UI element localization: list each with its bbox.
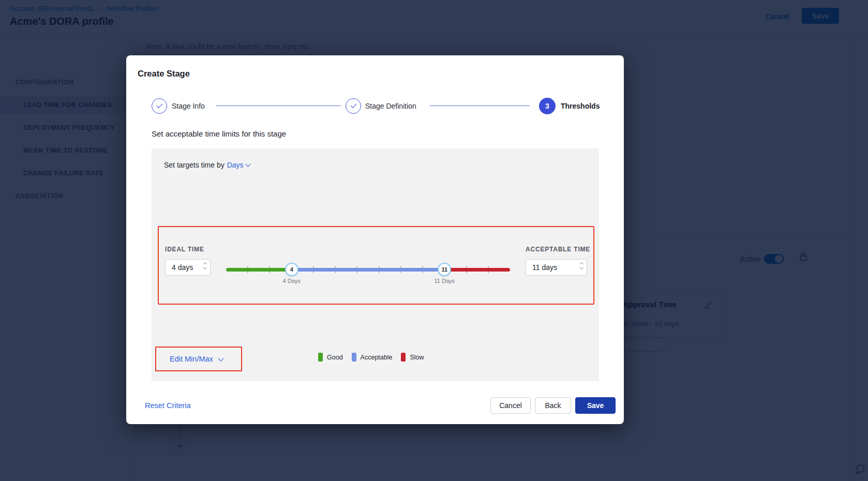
slider-segment-acceptable: [292, 268, 445, 272]
ideal-time-stepper[interactable]: [204, 263, 206, 269]
modal-title: Create Stage: [138, 69, 190, 79]
acceptable-time-stepper[interactable]: [580, 263, 583, 269]
stepper-down-icon[interactable]: [580, 266, 583, 269]
time-slider: 4 11 4 Days 11 Days: [226, 259, 510, 286]
highlight-box-time-limits: IDEAL TIME 4 11 4 Days 11 Day: [158, 226, 594, 305]
highlight-box-edit-minmax: Edit Min/Max: [155, 347, 242, 371]
chevron-down-icon: [218, 355, 223, 361]
step-connector-2: [430, 106, 530, 106]
slider-segment-slow: [444, 268, 510, 272]
acceptable-time-input-wrap: [526, 259, 587, 276]
slider-segment-good: [226, 268, 292, 272]
set-targets-label: Set targets time by: [164, 161, 225, 169]
create-stage-modal: Create Stage Stage Info Stage Definition…: [126, 55, 624, 424]
legend-label: Good: [327, 354, 343, 361]
edit-minmax-button[interactable]: Edit Min/Max: [170, 355, 223, 363]
thresholds-panel: Set targets time by Days IDEAL TIME: [152, 148, 599, 381]
check-icon: [350, 102, 356, 108]
modal-cancel-button[interactable]: Cancel: [490, 397, 531, 414]
slider-max-label: 11 Days: [426, 278, 462, 284]
screen: Account: SEI-Internal-Prod2 Workflow Pro…: [0, 0, 868, 481]
slider-handle-max[interactable]: 11: [438, 263, 451, 276]
legend-item-good: Good: [318, 353, 343, 362]
thresholds-heading: Set acceptable time limits for this stag…: [152, 129, 286, 138]
step-1-circle[interactable]: [152, 98, 167, 114]
step-1-label: Stage Info: [172, 102, 205, 110]
chevron-down-icon[interactable]: [245, 162, 250, 167]
step-2-label: Stage Definition: [365, 102, 416, 110]
slider-legend: Good Acceptable Slow: [318, 353, 433, 362]
check-icon: [156, 102, 162, 108]
acceptable-time-input[interactable]: [526, 260, 587, 275]
legend-label: Acceptable: [361, 354, 393, 361]
modal-back-button[interactable]: Back: [535, 397, 571, 414]
set-targets-row: Set targets time by Days: [164, 161, 250, 169]
step-connector-1: [216, 106, 341, 106]
legend-item-acceptable: Acceptable: [352, 353, 393, 362]
step-3-circle[interactable]: 3: [539, 98, 556, 114]
good-swatch: [318, 353, 323, 362]
acceptable-swatch: [352, 353, 356, 362]
reset-criteria-link[interactable]: Reset Criteria: [145, 401, 191, 410]
ideal-time-label: IDEAL TIME: [165, 246, 204, 253]
ideal-time-input-wrap: [165, 259, 211, 276]
step-3-label: Thresholds: [561, 102, 600, 110]
slider-min-label: 4 Days: [274, 278, 310, 284]
legend-item-slow: Slow: [401, 353, 424, 362]
legend-label: Slow: [410, 354, 424, 361]
modal-save-button[interactable]: Save: [575, 397, 616, 414]
step-2-circle[interactable]: [346, 98, 361, 114]
slider-handle-min[interactable]: 4: [285, 263, 298, 276]
acceptable-time-label: ACCEPTABLE TIME: [526, 246, 590, 253]
stepper-down-icon[interactable]: [203, 266, 207, 269]
edit-minmax-label: Edit Min/Max: [170, 355, 213, 363]
time-unit-dropdown[interactable]: Days: [227, 161, 244, 169]
slow-swatch: [401, 353, 406, 362]
